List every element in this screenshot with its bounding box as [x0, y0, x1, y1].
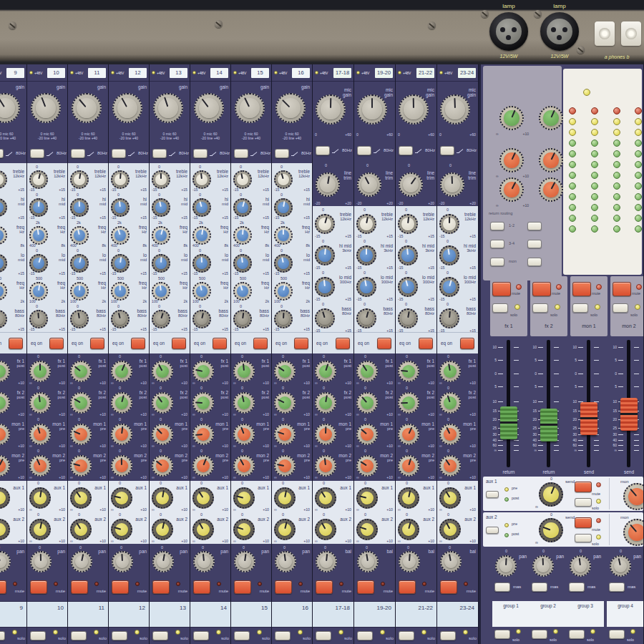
eq-on-button[interactable] [419, 338, 433, 349]
send-fx1-block-knob[interactable] [439, 361, 461, 382]
send-mon1-block-knob[interactable] [111, 424, 132, 445]
send-mon1-block-knob[interactable] [356, 424, 378, 445]
eq-hi-block-knob[interactable] [70, 198, 89, 217]
eq-bass-block-knob[interactable] [233, 310, 252, 328]
group-mas-button[interactable] [494, 582, 510, 592]
eq-bass-block-knob[interactable] [152, 310, 170, 328]
hpf-button[interactable] [316, 146, 330, 155]
eq-treble-block-knob[interactable] [0, 170, 7, 189]
eq-lomid-block-knob[interactable] [439, 277, 459, 297]
eq-on-button[interactable] [460, 338, 474, 349]
eq-freq-block-knob[interactable] [70, 226, 89, 245]
fader-cap-fx2[interactable] [540, 409, 557, 441]
send-fx2-block-knob[interactable] [439, 392, 461, 414]
solo-button[interactable] [357, 631, 373, 640]
master-solo-mon1[interactable] [572, 303, 588, 313]
solo-button[interactable] [440, 631, 456, 640]
eq-on-button[interactable] [294, 338, 308, 349]
eq-himid-block-knob[interactable] [315, 245, 335, 265]
gain-knob[interactable] [235, 93, 265, 123]
eq-freq-block-knob[interactable] [111, 226, 130, 245]
eq-treble-block-knob[interactable] [398, 214, 418, 234]
eq-bass-block-knob[interactable] [274, 310, 293, 328]
send-fx1-block-knob[interactable] [398, 361, 419, 382]
solo-button[interactable] [112, 631, 127, 640]
send-mon2-block-knob[interactable] [152, 455, 173, 477]
eq-hi-block-knob[interactable] [274, 198, 293, 217]
eq-freq-block-knob[interactable] [111, 282, 130, 301]
eq-treble-block-knob[interactable] [274, 170, 293, 189]
send-fx1-block-knob[interactable] [0, 361, 10, 382]
aux-2-block-knob[interactable] [398, 519, 419, 540]
master-solo-fx1[interactable] [492, 303, 508, 313]
send-fx1-block-knob[interactable] [233, 361, 255, 382]
fader-track[interactable] [507, 340, 510, 467]
eq-treble-block-knob[interactable] [29, 170, 48, 189]
send-fx2-block-knob[interactable] [0, 392, 10, 414]
eq-freq-block-knob[interactable] [70, 282, 89, 301]
mute-button[interactable] [71, 580, 88, 594]
group-mas-button[interactable] [569, 582, 585, 592]
mute-button[interactable] [399, 580, 416, 594]
hpf-button[interactable] [112, 149, 126, 158]
aux-pre-post-button[interactable] [486, 527, 499, 534]
aux-solo-button[interactable] [575, 498, 592, 507]
aux-1-block-knob[interactable] [274, 487, 296, 509]
mon-master-knob[interactable] [623, 483, 643, 510]
hpf-button[interactable] [152, 149, 167, 158]
aux-pre-post-button[interactable] [486, 491, 499, 498]
aux-1-block-knob[interactable] [398, 487, 419, 509]
eq-freq-block-knob[interactable] [0, 226, 7, 245]
aux-2-block-knob[interactable] [315, 519, 336, 540]
send-mon1-block-knob[interactable] [70, 424, 92, 445]
send-mon1-block-knob[interactable] [439, 424, 461, 445]
send-mon2-block-knob[interactable] [398, 455, 419, 477]
eq-himid-block-knob[interactable] [356, 245, 376, 265]
aux-send-knob[interactable] [539, 518, 563, 542]
eq-hi-block-knob[interactable] [192, 198, 211, 217]
eq-treble-block-knob[interactable] [192, 170, 211, 189]
aux-2-block-knob[interactable] [356, 519, 378, 540]
mute-button[interactable] [275, 580, 292, 594]
eq-on-button[interactable] [90, 338, 104, 349]
eq-freq-block-knob[interactable] [192, 282, 211, 301]
fx2-return-level-knob[interactable] [539, 106, 563, 130]
group-mas-button[interactable] [532, 582, 547, 592]
mute-button[interactable] [440, 580, 457, 594]
eq-hi-block-knob[interactable] [152, 198, 170, 217]
send-mon1-block-knob[interactable] [29, 424, 51, 445]
eq-treble-block-knob[interactable] [111, 170, 130, 189]
hpf-button[interactable] [275, 149, 289, 158]
eq-bass-block-knob[interactable] [192, 310, 211, 328]
send-mon1-block-knob[interactable] [398, 424, 419, 445]
send-mon1-block-knob[interactable] [315, 424, 336, 445]
group-solo-button[interactable] [609, 630, 625, 639]
aux-2-block-knob[interactable] [0, 519, 10, 540]
eq-lomid-block-knob[interactable] [356, 277, 376, 297]
gain-knob[interactable] [275, 93, 306, 123]
eq-bass-block-knob[interactable] [0, 310, 7, 328]
solo-button[interactable] [275, 631, 291, 640]
mute-button[interactable] [0, 580, 6, 594]
aux-1-block-knob[interactable] [315, 487, 336, 509]
eq-freq-block-knob[interactable] [152, 282, 170, 301]
eq-bass-block-knob[interactable] [70, 310, 89, 328]
aux-mute-button[interactable] [575, 482, 592, 492]
mic-gain-knob[interactable] [357, 94, 387, 125]
bal-knob[interactable] [399, 551, 420, 572]
send-fx2-block-knob[interactable] [70, 392, 92, 414]
gain-knob[interactable] [194, 93, 224, 123]
bal-knob[interactable] [440, 551, 462, 572]
group-solo-button[interactable] [494, 630, 510, 639]
solo-button[interactable] [71, 631, 87, 640]
routing-button-1-2[interactable] [490, 222, 504, 230]
routing-button-mon[interactable] [527, 258, 542, 266]
send-mon1-block-knob[interactable] [152, 424, 173, 445]
routing-button-1-2[interactable] [527, 222, 542, 230]
send-fx1-block-knob[interactable] [70, 361, 92, 382]
eq-lomid-block-knob[interactable] [315, 277, 335, 297]
eq-treble-block-knob[interactable] [315, 214, 335, 234]
fader-cap-mon1[interactable] [580, 402, 597, 435]
fx2-to-mon2-knob[interactable] [539, 177, 563, 202]
bal-knob[interactable] [316, 551, 337, 572]
